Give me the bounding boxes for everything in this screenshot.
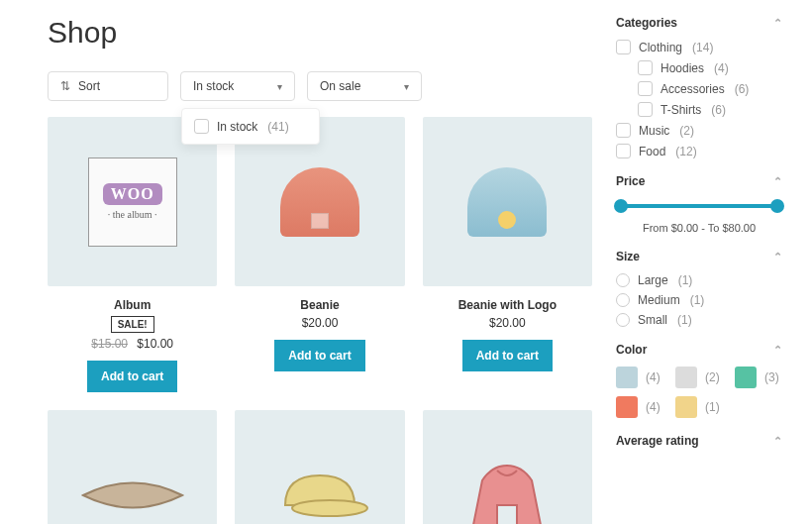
category-label: Music <box>639 124 669 138</box>
stock-dropdown-item[interactable]: In stock (41) <box>194 119 307 134</box>
price-slider[interactable] <box>618 198 780 214</box>
checkbox[interactable] <box>194 119 209 134</box>
price: $20.00 <box>489 316 526 330</box>
chevron-down-icon: ▾ <box>277 81 282 92</box>
product-name[interactable]: Beanie with Logo <box>423 298 592 312</box>
cap-illustration <box>270 461 369 524</box>
product-card <box>235 410 404 524</box>
price: $20.00 <box>302 316 339 330</box>
category-count: (14) <box>692 41 713 54</box>
old-price: $15.00 <box>91 337 128 351</box>
section-title: Color <box>616 343 647 357</box>
size-item-large[interactable]: Large(1) <box>616 273 782 287</box>
sale-badge: SALE! <box>111 316 154 333</box>
category-label: T-Shirts <box>660 103 701 117</box>
stock-label: In stock <box>193 79 234 93</box>
size-count: (1) <box>690 293 705 307</box>
size-item-small[interactable]: Small(1) <box>616 313 782 327</box>
product-image[interactable] <box>235 410 404 524</box>
album-subtitle: · the album · <box>108 209 157 220</box>
beanie-illustration <box>280 167 359 237</box>
section-title: Size <box>616 250 640 263</box>
chevron-up-icon: ⌃ <box>773 435 782 448</box>
category-count: (6) <box>711 103 726 117</box>
color-count: (3) <box>764 370 779 384</box>
radio[interactable] <box>616 313 630 327</box>
size-item-medium[interactable]: Medium(1) <box>616 293 782 307</box>
product-image[interactable] <box>423 410 592 524</box>
color-grid: (4) (2) (3) (4) (1) <box>616 367 782 418</box>
checkbox[interactable] <box>638 60 653 75</box>
category-count: (12) <box>675 145 696 158</box>
color-swatch-item[interactable]: (4) <box>616 396 663 418</box>
product-card <box>48 410 217 524</box>
radio[interactable] <box>616 273 630 287</box>
checkbox[interactable] <box>616 144 631 158</box>
product-grid: WOO · the album · Album SALE! $15.00 $10… <box>48 117 592 524</box>
product-image[interactable] <box>423 117 592 286</box>
price-row: $15.00 $10.00 <box>48 337 217 351</box>
checkbox[interactable] <box>616 40 631 54</box>
stock-dropdown: In stock (41) <box>181 108 320 145</box>
price-header[interactable]: Price ⌃ <box>616 174 782 188</box>
chevron-down-icon: ▾ <box>404 81 409 92</box>
sort-button[interactable]: ⇅ Sort <box>48 71 168 101</box>
section-title: Price <box>616 174 645 188</box>
add-to-cart-button[interactable]: Add to cart <box>274 340 364 371</box>
sort-icon: ⇅ <box>60 79 70 93</box>
checkbox[interactable] <box>616 123 631 138</box>
stock-filter-button[interactable]: In stock ▾ In stock (41) <box>180 71 295 101</box>
belt-illustration <box>78 466 187 524</box>
color-count: (4) <box>646 370 660 384</box>
color-swatch[interactable] <box>616 367 638 388</box>
category-label: Accessories <box>660 82 725 96</box>
category-item-hoodies[interactable]: Hoodies(4) <box>638 60 782 75</box>
size-header[interactable]: Size ⌃ <box>616 250 782 263</box>
price-row: $20.00 <box>235 316 404 330</box>
slider-handle-max[interactable] <box>770 199 784 213</box>
product-card: Beanie with Logo $20.00 Add to cart <box>423 117 592 392</box>
category-item-music[interactable]: Music(2) <box>616 123 782 138</box>
product-image[interactable] <box>48 410 217 524</box>
add-to-cart-button[interactable]: Add to cart <box>462 340 553 371</box>
product-name[interactable]: Album <box>48 298 217 312</box>
dropdown-item-label: In stock <box>217 120 257 134</box>
color-header[interactable]: Color ⌃ <box>616 343 782 357</box>
categories-header[interactable]: Categories ⌃ <box>616 16 782 30</box>
hoodie-illustration <box>462 451 552 524</box>
radio[interactable] <box>616 293 630 307</box>
svg-point-0 <box>292 500 367 516</box>
category-item-accessories[interactable]: Accessories(6) <box>638 81 782 96</box>
category-item-clothing[interactable]: Clothing(14) <box>616 40 782 54</box>
color-swatch[interactable] <box>616 396 638 418</box>
checkbox[interactable] <box>638 102 653 117</box>
checkbox[interactable] <box>638 81 653 96</box>
filter-toolbar: ⇅ Sort In stock ▾ In stock (41) On sale … <box>48 71 592 101</box>
price-range-text: From $0.00 - To $80.00 <box>616 222 782 234</box>
price-row: $20.00 <box>423 316 592 330</box>
category-label: Food <box>639 145 665 158</box>
color-swatch-item[interactable]: (2) <box>675 367 723 388</box>
color-swatch[interactable] <box>675 367 697 388</box>
rating-header[interactable]: Average rating ⌃ <box>616 434 782 448</box>
sale-filter-button[interactable]: On sale ▾ <box>307 71 422 101</box>
sort-label: Sort <box>78 79 100 93</box>
category-item-tshirts[interactable]: T-Shirts(6) <box>638 102 782 117</box>
product-card <box>423 410 592 524</box>
add-to-cart-button[interactable]: Add to cart <box>87 361 177 392</box>
color-count: (4) <box>646 400 660 414</box>
chevron-up-icon: ⌃ <box>773 17 782 30</box>
category-item-food[interactable]: Food(12) <box>616 144 782 158</box>
color-swatch-item[interactable]: (1) <box>675 396 723 418</box>
category-label: Clothing <box>639 41 682 54</box>
slider-handle-min[interactable] <box>614 199 628 213</box>
product-name[interactable]: Beanie <box>235 298 404 312</box>
size-label: Large <box>638 273 668 287</box>
color-swatch-item[interactable]: (3) <box>735 367 782 388</box>
color-swatch[interactable] <box>735 367 757 388</box>
sale-label: On sale <box>320 79 360 93</box>
color-swatch[interactable] <box>675 396 697 418</box>
color-swatch-item[interactable]: (4) <box>616 367 663 388</box>
price: $10.00 <box>137 337 173 351</box>
page-title: Shop <box>48 16 592 50</box>
